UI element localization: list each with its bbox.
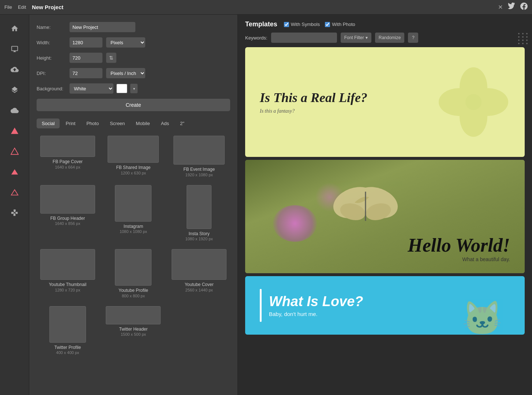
- file-menu[interactable]: File: [4, 4, 12, 10]
- gallery-item-3-text: What Is Love? Baby, don't hurt me.: [269, 294, 363, 317]
- sidebar-triangle-1[interactable]: [7, 123, 23, 139]
- template-name-youtube-profile: Youtube Profile: [119, 288, 148, 294]
- with-symbols-checkbox[interactable]: [284, 22, 289, 27]
- template-size-fb-event: 1920 x 1080 px: [186, 173, 213, 177]
- template-item-fb-group[interactable]: FB Group Header 1640 x 856 px: [37, 183, 99, 244]
- height-input[interactable]: [70, 53, 102, 63]
- with-photo-checkbox[interactable]: [325, 22, 330, 27]
- width-unit-select[interactable]: Pixels Inches Centimeters: [106, 37, 145, 48]
- template-size-twitter-profile: 400 x 400 px: [56, 350, 79, 355]
- template-size-youtube-thumbnail: 1280 x 720 px: [55, 288, 80, 292]
- background-label: Background:: [37, 86, 66, 91]
- sidebar-home[interactable]: [7, 20, 23, 37]
- dpi-unit-select[interactable]: Pixels / Inch Dots / Inch: [106, 68, 145, 78]
- with-photo-text: With Photo: [332, 22, 355, 27]
- template-preview-fb-event: [173, 136, 225, 165]
- template-name-fb-event: FB Event Image: [183, 167, 215, 173]
- font-filter-button[interactable]: Font Filter ▾: [341, 33, 371, 43]
- name-label: Name:: [37, 25, 66, 30]
- tab-2in[interactable]: 2": [175, 118, 190, 128]
- right-panel: Templates With Symbols With Photo Keywor…: [238, 15, 532, 395]
- sidebar-upload[interactable]: [7, 61, 23, 78]
- help-button[interactable]: ?: [408, 33, 418, 43]
- template-item-youtube-thumbnail[interactable]: Youtube Thumbnail 1280 x 720 px: [37, 247, 99, 300]
- sidebar-cloud[interactable]: [7, 102, 23, 118]
- template-item-youtube-cover[interactable]: Youtube Cover 2560 x 1440 px: [168, 247, 230, 300]
- template-preview-youtube-cover: [172, 249, 226, 280]
- tab-photo[interactable]: Photo: [81, 118, 104, 128]
- sidebar-layers[interactable]: [7, 82, 23, 98]
- template-gallery: Is This a Real Life? Is this a fantasy?: [238, 47, 532, 395]
- facebook-icon[interactable]: [520, 3, 528, 12]
- template-item-youtube-profile[interactable]: Youtube Profile 800 x 800 px: [102, 247, 165, 300]
- flower-svg: [437, 65, 510, 139]
- tab-ads[interactable]: Ads: [156, 118, 174, 128]
- template-size-fb-group: 1640 x 856 px: [55, 221, 80, 226]
- gallery-item-2-title: Hello World!: [260, 236, 510, 255]
- height-label: Height:: [37, 55, 66, 61]
- template-name-fb-group: FB Group Header: [50, 216, 85, 222]
- randomize-button[interactable]: Randomize: [375, 33, 405, 43]
- tab-mobile[interactable]: Mobile: [131, 118, 155, 128]
- height-row: Height: ⇅: [37, 53, 230, 63]
- gallery-item-3[interactable]: What Is Love? Baby, don't hurt me. 🐱: [245, 276, 525, 335]
- templates-header: Templates With Symbols With Photo: [238, 15, 532, 33]
- with-symbols-label[interactable]: With Symbols: [284, 22, 320, 27]
- tab-screen[interactable]: Screen: [105, 118, 130, 128]
- create-button[interactable]: Create: [37, 99, 230, 111]
- swap-dimensions-button[interactable]: ⇅: [106, 53, 116, 63]
- template-size-youtube-cover: 2560 x 1440 px: [186, 288, 213, 292]
- template-item-fb-page-cover[interactable]: FB Page Cover 1640 x 664 px: [37, 133, 99, 179]
- background-controls: White Black Transparent ▾: [70, 83, 138, 94]
- name-input[interactable]: [70, 22, 135, 32]
- color-swatch[interactable]: [116, 84, 127, 93]
- template-grid: FB Page Cover 1640 x 664 px FB Shared Im…: [37, 133, 230, 357]
- font-filter-label: Font Filter: [344, 35, 364, 40]
- sidebar-triangle-2[interactable]: [7, 143, 23, 159]
- gallery-item-1-title: Is This a Real Life?: [260, 90, 437, 106]
- template-preview-instagram: [115, 185, 151, 222]
- keywords-input[interactable]: [271, 33, 337, 43]
- template-name-youtube-cover: Youtube Cover: [185, 282, 214, 288]
- sidebar: [0, 15, 29, 395]
- name-row: Name:: [37, 22, 230, 32]
- width-input[interactable]: [70, 37, 102, 48]
- template-preview-youtube-thumbnail: [40, 249, 95, 280]
- template-name-youtube-thumbnail: Youtube Thumbnail: [49, 282, 86, 288]
- gallery-item-2-subtitle: What a beautiful day.: [260, 256, 510, 262]
- template-item-fb-shared[interactable]: FB Shared Image 1200 x 630 px: [102, 133, 165, 179]
- with-photo-label[interactable]: With Photo: [325, 22, 355, 27]
- cat-silhouette: 🐱: [462, 302, 503, 335]
- sidebar-monitor[interactable]: [7, 41, 23, 57]
- tab-print[interactable]: Print: [60, 118, 80, 128]
- color-arrow-button[interactable]: ▾: [130, 84, 138, 93]
- width-label: Width:: [37, 40, 66, 45]
- template-preview-fb-group: [40, 185, 95, 214]
- template-item-insta-story[interactable]: Insta Story 1080 x 1920 px: [168, 183, 230, 244]
- edit-menu[interactable]: Edit: [18, 4, 26, 10]
- template-name-fb-shared: FB Shared Image: [116, 165, 150, 171]
- sidebar-gamepad[interactable]: [7, 205, 23, 221]
- dpi-input[interactable]: [70, 68, 102, 78]
- title-bar: File Edit New Project ✕: [0, 0, 532, 15]
- sidebar-triangle-4[interactable]: [7, 184, 23, 200]
- template-size-instagram: 1080 x 1080 px: [120, 229, 147, 234]
- tab-social[interactable]: Social: [37, 118, 60, 128]
- template-size-youtube-profile: 800 x 800 px: [122, 294, 145, 298]
- template-item-fb-event[interactable]: FB Event Image 1920 x 1080 px: [168, 133, 230, 179]
- template-item-twitter-profile[interactable]: Twitter Profile 400 x 400 px: [37, 304, 99, 357]
- background-row: Background: White Black Transparent ▾: [37, 83, 230, 94]
- gallery-item-3-border: [260, 289, 262, 322]
- template-tabs: Social Print Photo Screen Mobile Ads 2": [37, 118, 230, 128]
- gallery-item-1[interactable]: Is This a Real Life? Is this a fantasy?: [245, 47, 525, 157]
- template-item-instagram[interactable]: Instagram 1080 x 1080 px: [102, 183, 165, 244]
- sidebar-triangle-3[interactable]: [7, 164, 23, 180]
- background-select[interactable]: White Black Transparent: [70, 83, 113, 94]
- keywords-row: Keywords: Font Filter ▾ Randomize ?: [238, 33, 532, 47]
- close-button[interactable]: ✕: [498, 4, 503, 11]
- twitter-icon[interactable]: [508, 3, 515, 12]
- template-item-twitter-header[interactable]: Twitter Header 1500 x 500 px: [102, 304, 165, 357]
- template-preview-twitter-header: [106, 306, 161, 324]
- template-size-fb-shared: 1200 x 630 px: [121, 171, 146, 175]
- gallery-item-2[interactable]: Hello World! What a beautiful day.: [245, 160, 525, 273]
